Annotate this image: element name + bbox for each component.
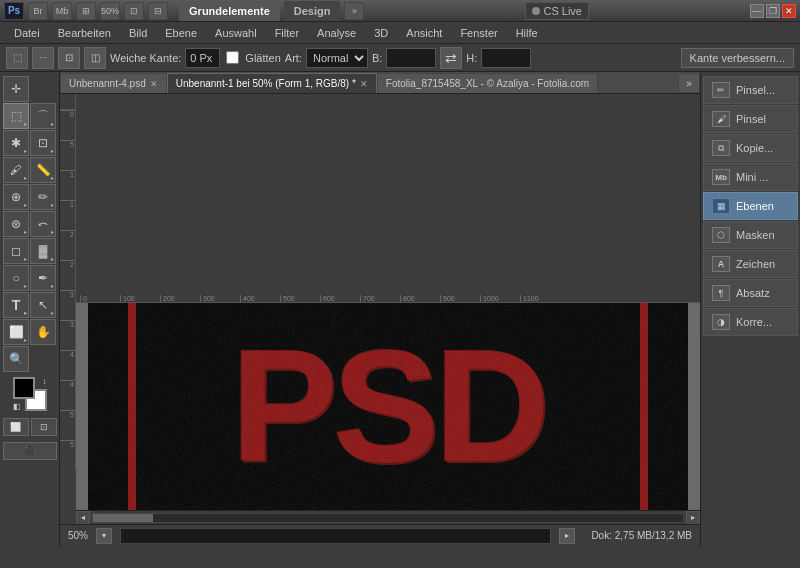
tab-close-icon[interactable]: ✕ (150, 79, 158, 89)
v-tick: 5 (60, 410, 75, 440)
tab-fotolia[interactable]: Fotolia_8715458_XL - © Azaliya - Fotolia… (377, 73, 598, 93)
v-tick: 0 (60, 110, 75, 140)
menu-analyse[interactable]: Analyse (309, 25, 364, 41)
panel-mini[interactable]: Mb Mini ... (703, 163, 798, 191)
screen-mode-icon[interactable]: ⊡ (124, 2, 144, 20)
workspace-design-btn[interactable]: Design (284, 1, 341, 21)
swap-colors-icon[interactable]: ↕ (43, 377, 47, 386)
scroll-right-btn[interactable]: ▸ (686, 511, 700, 525)
feather-input[interactable] (185, 48, 220, 68)
menu-datei[interactable]: Datei (6, 25, 48, 41)
panel-ebenen[interactable]: ▦ Ebenen (703, 192, 798, 220)
crop-tool[interactable]: ⊡▸ (30, 130, 56, 156)
tool-options-icon: ⬚ (6, 47, 28, 69)
mini-bridge-icon[interactable]: Mb (52, 2, 72, 20)
shape-tool[interactable]: ⬜▸ (3, 319, 29, 345)
dodge-tool[interactable]: ○▸ (3, 265, 29, 291)
zoom-dropdown[interactable]: 50% (100, 2, 120, 20)
arrange-icon[interactable]: ⊞ (76, 2, 96, 20)
text-tool[interactable]: T▸ (3, 292, 29, 318)
eraser-tool[interactable]: ◻▸ (3, 238, 29, 264)
panel-absatz[interactable]: ¶ Absatz (703, 279, 798, 307)
more-workspaces-icon[interactable]: » (344, 2, 364, 20)
width-input[interactable] (386, 48, 436, 68)
restore-btn[interactable]: ❐ (766, 4, 780, 18)
panel-pinsel-erweitert[interactable]: ✏ Pinsel... (703, 76, 798, 104)
right-panel: ✏ Pinsel... 🖌 Pinsel ⧉ Kopie... Mb Mini … (700, 72, 800, 546)
zoom-tool[interactable]: 🔍 (3, 346, 29, 372)
canvas[interactable]: PSD (88, 303, 688, 511)
panel-korre[interactable]: ◑ Korre... (703, 308, 798, 336)
menu-3d[interactable]: 3D (366, 25, 396, 41)
gradient-tool[interactable]: ▓▸ (30, 238, 56, 264)
refine-edge-btn[interactable]: Kante verbessern... (681, 48, 794, 68)
psd-text: PSD (231, 314, 545, 498)
canvas-container[interactable]: PSD (76, 303, 700, 511)
bridge-icon[interactable]: Br (28, 2, 48, 20)
screen-mode-btn[interactable]: ⬛ (3, 442, 57, 460)
v-tick: 5 (60, 140, 75, 170)
path-select-tool[interactable]: ↖▸ (30, 292, 56, 318)
history-tool[interactable]: ⤺▸ (30, 211, 56, 237)
minimize-btn[interactable]: — (750, 4, 764, 18)
eyedropper-tool[interactable]: 🖋▸ (3, 157, 29, 183)
default-colors-icon[interactable]: ◧ (13, 402, 21, 411)
panel-masken[interactable]: ⬡ Masken (703, 221, 798, 249)
h-scroll-thumb[interactable] (93, 514, 153, 522)
tool-options-icon2: ⋯ (32, 47, 54, 69)
panel-kopie[interactable]: ⧉ Kopie... (703, 134, 798, 162)
doc-info: Dok: 2,75 MB/13,2 MB (591, 530, 692, 541)
smooth-checkbox[interactable] (226, 51, 239, 64)
main-area: ✛ ⬚▸ ⌒▸ ✱▸ ⊡▸ 🖋▸ 📏▸ ⊕▸ ✏▸ ⊛▸ ⤺▸ ◻▸ ▓▸ ○▸ (0, 72, 800, 546)
zeichen-icon: A (712, 256, 730, 272)
menu-bild[interactable]: Bild (121, 25, 155, 41)
feather-label: Weiche Kante: (110, 52, 181, 64)
menu-auswahl[interactable]: Auswahl (207, 25, 265, 41)
menu-hilfe[interactable]: Hilfe (508, 25, 546, 41)
menu-ebene[interactable]: Ebene (157, 25, 205, 41)
arrange-windows-icon[interactable]: ⊟ (148, 2, 168, 20)
quick-select-tool[interactable]: ✱▸ (3, 130, 29, 156)
scroll-left-btn[interactable]: ◂ (76, 511, 90, 525)
normal-mode-icon[interactable]: ⬜ (3, 418, 29, 436)
quick-mask-row: ⬜ ⊡ (3, 418, 57, 436)
ruler-tool[interactable]: 📏▸ (30, 157, 56, 183)
tab-more-btn[interactable]: » (678, 73, 700, 93)
pinsel-icon: 🖌 (712, 111, 730, 127)
tab-bar: Unbenannt-4.psd ✕ Unbenannt-1 bei 50% (F… (60, 72, 700, 94)
status-info-btn[interactable]: ▸ (559, 528, 575, 544)
move-tool[interactable]: ✛ (3, 76, 29, 102)
hand-tool[interactable]: ✋ (30, 319, 56, 345)
zoom-context-btn[interactable]: ▾ (96, 528, 112, 544)
panel-label: Zeichen (736, 258, 775, 270)
art-dropdown[interactable]: Normal Fest Breiter Größer (306, 48, 368, 68)
close-btn[interactable]: ✕ (782, 4, 796, 18)
tool-options-icon4: ◫ (84, 47, 106, 69)
quick-mask-icon[interactable]: ⊡ (31, 418, 57, 436)
clone-tool[interactable]: ⊛▸ (3, 211, 29, 237)
workspace-grundelemente-btn[interactable]: Grundelemente (179, 1, 280, 21)
foreground-color-swatch[interactable] (13, 377, 35, 399)
panel-pinsel[interactable]: 🖌 Pinsel (703, 105, 798, 133)
pen-tool[interactable]: ✒▸ (30, 265, 56, 291)
menu-fenster[interactable]: Fenster (452, 25, 505, 41)
tab-unbenannt4[interactable]: Unbenannt-4.psd ✕ (60, 73, 167, 93)
panel-zeichen[interactable]: A Zeichen (703, 250, 798, 278)
menu-bar: Datei Bearbeiten Bild Ebene Auswahl Filt… (0, 22, 800, 44)
tab-close-icon[interactable]: ✕ (360, 79, 368, 89)
tab-label: Fotolia_8715458_XL - © Azaliya - Fotolia… (386, 78, 589, 89)
height-input[interactable] (481, 48, 531, 68)
tab-unbenannt1[interactable]: Unbenannt-1 bei 50% (Form 1, RGB/8) * ✕ (167, 73, 377, 93)
lasso-tool[interactable]: ⌒▸ (30, 103, 56, 129)
select-rect-tool[interactable]: ⬚▸ (3, 103, 29, 129)
hi-label: H: (466, 52, 477, 64)
menu-filter[interactable]: Filter (267, 25, 307, 41)
title-bar: Ps Br Mb ⊞ 50% ⊡ ⊟ Grundelemente Design … (0, 0, 800, 22)
cs-live-btn[interactable]: CS Live (525, 2, 589, 20)
h-scroll-track[interactable] (92, 513, 684, 523)
menu-bearbeiten[interactable]: Bearbeiten (50, 25, 119, 41)
brush-tool[interactable]: ✏▸ (30, 184, 56, 210)
swap-icon[interactable]: ⇄ (440, 47, 462, 69)
menu-ansicht[interactable]: Ansicht (398, 25, 450, 41)
heal-tool[interactable]: ⊕▸ (3, 184, 29, 210)
